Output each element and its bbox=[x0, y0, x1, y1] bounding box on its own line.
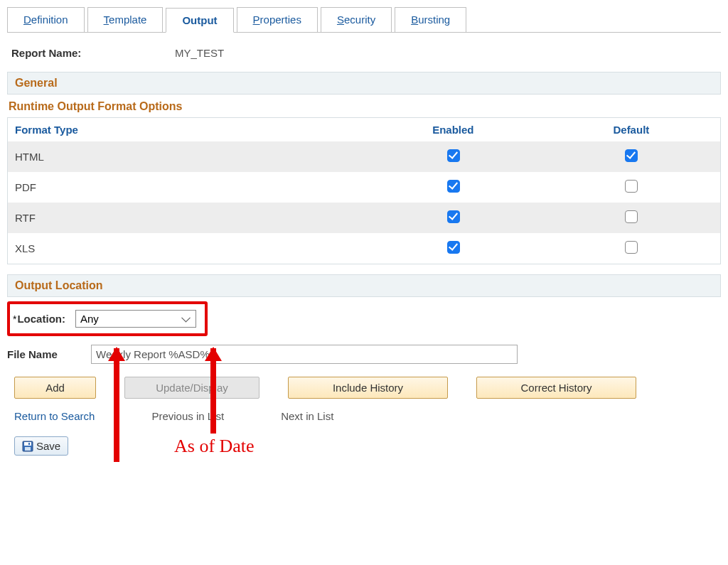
tab-definition[interactable]: Definition bbox=[7, 7, 85, 32]
arrow-icon bbox=[114, 348, 119, 462]
filename-input[interactable] bbox=[91, 345, 518, 364]
default-checkbox[interactable] bbox=[625, 149, 638, 162]
location-highlight-box: * Location: Any bbox=[7, 301, 208, 336]
tab-security[interactable]: Security bbox=[321, 7, 392, 32]
location-label: Location: bbox=[17, 313, 65, 325]
report-name-label: Report Name: bbox=[11, 47, 175, 59]
return-to-search-link[interactable]: Return to Search bbox=[14, 410, 95, 422]
col-format-type: Format Type bbox=[8, 118, 365, 142]
format-table: Format Type Enabled Default HTML PDF RTF bbox=[7, 117, 721, 264]
location-select[interactable]: Any bbox=[75, 310, 196, 328]
table-row: XLS bbox=[8, 233, 721, 264]
default-checkbox[interactable] bbox=[625, 210, 638, 223]
filename-row: File Name bbox=[7, 345, 721, 364]
include-history-button[interactable]: Include History bbox=[288, 377, 448, 399]
table-row: PDF bbox=[8, 172, 721, 203]
enabled-checkbox[interactable] bbox=[447, 241, 460, 254]
tab-bursting[interactable]: Bursting bbox=[395, 7, 466, 32]
save-button-label: Save bbox=[36, 440, 60, 452]
filename-label: File Name bbox=[7, 348, 91, 360]
default-checkbox[interactable] bbox=[625, 180, 638, 193]
col-default: Default bbox=[542, 118, 721, 142]
table-row: RTF bbox=[8, 203, 721, 233]
format-type-cell: HTML bbox=[8, 141, 365, 172]
format-type-cell: RTF bbox=[8, 203, 365, 233]
svg-rect-2 bbox=[25, 447, 31, 451]
enabled-checkbox[interactable] bbox=[447, 149, 460, 162]
add-button[interactable]: Add bbox=[14, 377, 96, 399]
section-output-location: Output Location bbox=[7, 274, 721, 297]
annotation-as-of-date: As of Date bbox=[174, 436, 255, 457]
next-in-list[interactable]: Next in List bbox=[281, 410, 333, 422]
button-row: Add Update/Display Include History Corre… bbox=[7, 377, 721, 399]
previous-in-list[interactable]: Previous in List bbox=[151, 410, 224, 422]
section-general: General bbox=[7, 72, 721, 95]
correct-history-button[interactable]: Correct History bbox=[476, 377, 636, 399]
tab-template[interactable]: Template bbox=[87, 7, 164, 32]
runtime-output-title: Runtime Output Format Options bbox=[7, 95, 721, 117]
format-type-cell: PDF bbox=[8, 172, 365, 203]
tab-output[interactable]: Output bbox=[166, 8, 233, 33]
svg-rect-1 bbox=[24, 442, 31, 446]
tab-bar: Definition Template Output Properties Se… bbox=[7, 7, 721, 33]
svg-rect-3 bbox=[28, 443, 30, 445]
save-button[interactable]: Save bbox=[14, 436, 68, 456]
enabled-checkbox[interactable] bbox=[447, 180, 460, 193]
col-enabled: Enabled bbox=[364, 118, 542, 142]
report-name-row: Report Name: MY_TEST bbox=[7, 47, 721, 59]
required-star-icon: * bbox=[13, 313, 16, 325]
update-display-button[interactable]: Update/Display bbox=[124, 377, 259, 399]
report-name-value: MY_TEST bbox=[175, 47, 224, 59]
tab-properties[interactable]: Properties bbox=[237, 7, 318, 32]
default-checkbox[interactable] bbox=[625, 241, 638, 254]
enabled-checkbox[interactable] bbox=[447, 210, 460, 223]
nav-row: Return to Search Previous in List Next i… bbox=[7, 410, 721, 422]
save-icon bbox=[22, 441, 33, 452]
table-row: HTML bbox=[8, 141, 721, 172]
format-type-cell: XLS bbox=[8, 233, 365, 264]
